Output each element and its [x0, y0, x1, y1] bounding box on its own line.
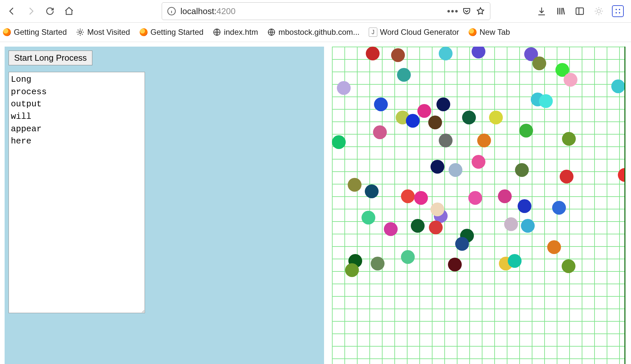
- data-point-dot: [417, 104, 431, 118]
- site-info-icon[interactable]: [167, 6, 176, 16]
- url-host: localhost:: [180, 6, 217, 16]
- forward-button[interactable]: [22, 3, 39, 20]
- data-point-dot: [539, 94, 553, 108]
- globe-icon: [267, 28, 276, 36]
- data-point-dot: [562, 259, 575, 273]
- bookmark-item[interactable]: Most Visited: [76, 28, 130, 37]
- data-point-dot: [562, 132, 576, 146]
- bookmarks-bar: Getting StartedMost VisitedGetting Start…: [0, 23, 631, 42]
- library-icon[interactable]: [554, 5, 567, 18]
- data-point-dot: [508, 254, 522, 268]
- data-point-dot: [472, 155, 485, 169]
- gear-icon: [76, 28, 84, 36]
- bookmark-star-icon[interactable]: [476, 6, 485, 16]
- url-port: 4200: [217, 6, 236, 16]
- svg-rect-7: [576, 8, 584, 14]
- data-point-dot: [532, 56, 546, 70]
- page-actions-ellipsis-icon[interactable]: •••: [448, 6, 458, 16]
- data-point-dot: [337, 81, 351, 95]
- bookmark-label: Getting Started: [14, 28, 67, 37]
- data-point-dot: [449, 163, 462, 177]
- data-point-dot: [348, 178, 362, 192]
- data-point-dot: [391, 48, 405, 62]
- extension-icon[interactable]: [592, 5, 605, 18]
- data-point-dot: [397, 68, 411, 82]
- globe-icon: [213, 28, 221, 36]
- reload-button[interactable]: [41, 3, 58, 20]
- home-button[interactable]: [60, 3, 78, 20]
- bookmark-item[interactable]: index.htm: [213, 28, 258, 37]
- svg-point-9: [597, 10, 600, 13]
- data-point-dot: [489, 111, 503, 124]
- data-point-dot: [362, 211, 375, 225]
- data-point-dot: [611, 79, 625, 93]
- data-point-dot: [373, 125, 387, 139]
- firefox-icon: [468, 28, 477, 36]
- data-point-dot: [439, 134, 453, 147]
- data-point-dot: [332, 135, 346, 149]
- process-output-textarea[interactable]: [9, 72, 145, 313]
- bookmark-label: index.htm: [224, 28, 258, 37]
- firefox-icon: [3, 28, 11, 36]
- data-point-dot: [366, 47, 380, 60]
- bookmark-item[interactable]: JWord Cloud Generator: [369, 28, 459, 37]
- data-point-dot: [455, 237, 469, 251]
- j-icon: J: [369, 28, 377, 36]
- svg-point-10: [79, 31, 82, 33]
- bookmark-label: Word Cloud Generator: [380, 28, 459, 37]
- data-point-dot: [406, 114, 420, 128]
- data-point-dot: [436, 97, 450, 111]
- svg-line-6: [563, 8, 565, 14]
- sidebar-toggle-icon[interactable]: [573, 5, 586, 18]
- downloads-icon[interactable]: [535, 5, 548, 18]
- address-bar[interactable]: localhost:4200 •••: [162, 2, 490, 20]
- data-point-dot: [472, 47, 485, 58]
- data-point-dot: [547, 240, 561, 254]
- data-point-dot: [431, 160, 444, 174]
- page-content: Start Long Process: [0, 42, 631, 364]
- data-point-dot: [365, 184, 379, 198]
- grid-extension-icon[interactable]: [611, 5, 624, 18]
- bookmark-label: New Tab: [479, 28, 510, 37]
- data-point-dot: [384, 222, 398, 236]
- bookmark-label: mbostock.github.com...: [278, 28, 360, 37]
- url-text: localhost:4200: [180, 6, 444, 16]
- pocket-icon[interactable]: [462, 6, 472, 16]
- data-point-dot: [448, 258, 462, 271]
- bookmark-item[interactable]: Getting Started: [3, 28, 67, 37]
- start-long-process-button[interactable]: Start Long Process: [9, 51, 92, 65]
- bookmark-item[interactable]: mbostock.github.com...: [267, 28, 360, 37]
- data-point-dot: [345, 263, 359, 277]
- data-point-dot: [374, 97, 388, 111]
- data-point-dot: [618, 168, 625, 182]
- data-point-dot: [401, 250, 415, 264]
- toolbar-right: [535, 5, 628, 18]
- data-point-dot: [477, 134, 491, 147]
- data-point-dot: [552, 201, 566, 215]
- data-point-dot: [518, 199, 531, 213]
- data-point-dot: [428, 116, 442, 129]
- data-point-dot: [564, 73, 577, 87]
- data-point-dot: [414, 191, 428, 205]
- data-point-dot: [560, 170, 573, 183]
- browser-nav-toolbar: localhost:4200 •••: [0, 0, 631, 23]
- data-point-dot: [519, 124, 533, 138]
- data-point-dot: [521, 219, 535, 233]
- bookmark-item[interactable]: Getting Started: [139, 28, 203, 37]
- data-point-dot: [431, 203, 444, 216]
- data-point-dot: [462, 111, 476, 124]
- visualization-grid: [332, 47, 625, 364]
- data-point-dot: [498, 189, 512, 203]
- back-button[interactable]: [3, 3, 20, 20]
- data-point-dot: [411, 219, 425, 233]
- data-point-dot: [504, 217, 518, 231]
- data-point-dot: [371, 257, 385, 270]
- data-point-dot: [439, 47, 453, 60]
- firefox-icon: [139, 28, 148, 36]
- bookmark-item[interactable]: New Tab: [468, 28, 510, 37]
- data-point-dot: [468, 191, 482, 205]
- data-point-dot: [401, 189, 415, 203]
- bookmark-label: Getting Started: [151, 28, 203, 37]
- data-point-dot: [515, 163, 529, 177]
- data-point-dot: [429, 221, 443, 234]
